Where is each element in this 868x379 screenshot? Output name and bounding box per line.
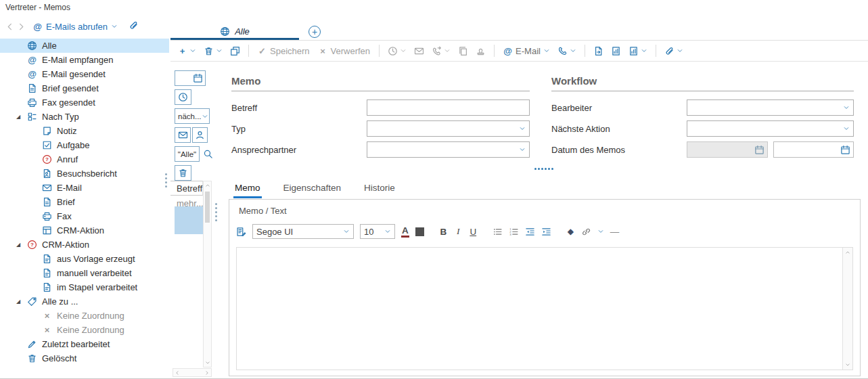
sidebar-item-fax[interactable]: Fax <box>0 209 169 223</box>
sidebar-splitter-handle[interactable] <box>165 173 167 187</box>
toolbar-new-button[interactable]: + <box>177 46 196 56</box>
naechste-aktion-label: Nächste Aktion <box>551 124 687 134</box>
sidebar-item-fax-gesendet[interactable]: Fax gesendet <box>0 95 169 110</box>
numbered-list-button[interactable]: 123 <box>509 227 519 237</box>
sidebar-item-label: E-Mail empfangen <box>42 55 114 65</box>
sidebar-item-keine-zuordnung[interactable]: ×Keine Zuordnung <box>0 323 169 337</box>
bold-button[interactable]: B <box>439 227 448 237</box>
outdent-button[interactable] <box>525 227 535 237</box>
toolbar-delete-button[interactable] <box>204 46 223 56</box>
reminder-filter-button[interactable] <box>175 89 191 105</box>
sidebar-item-aufgabe[interactable]: Aufgabe <box>0 138 169 152</box>
sidebar: Alle@E-Mail empfangen@E-Mail gesendetBri… <box>0 39 169 378</box>
toolbar-separator <box>656 45 656 57</box>
toolbar-report-button[interactable] <box>611 46 621 56</box>
memo-date-start-field <box>687 141 768 158</box>
expander-icon[interactable]: ◢ <box>16 299 23 305</box>
scroll-right-icon[interactable] <box>204 370 210 376</box>
font-size-select[interactable]: 10 <box>360 224 395 239</box>
tab-alle[interactable]: Alle <box>170 23 299 40</box>
sidebar-item-brief-gesendet[interactable]: Brief gesendet <box>0 81 169 95</box>
chevron-right-icon <box>16 22 26 32</box>
scroll-up-icon[interactable] <box>205 183 210 188</box>
list-horizontal-scrollbar[interactable] <box>173 368 212 377</box>
at-icon: @ <box>27 69 37 79</box>
sidebar-item-crm-aktion[interactable]: CRM-Aktion <box>0 223 169 238</box>
memo-date-field[interactable] <box>773 141 854 158</box>
attachments-button[interactable] <box>129 20 139 33</box>
sidebar-item-e-mail-empfangen[interactable]: @E-Mail empfangen <box>0 53 169 67</box>
scope-filter-button[interactable]: "Alle" <box>175 146 200 162</box>
sidebar-item-manuell-verarbeitet[interactable]: manuell verarbeitet <box>0 266 169 280</box>
insert-link-button[interactable] <box>581 227 591 237</box>
email-filter-button[interactable] <box>175 127 191 143</box>
font-family-select[interactable]: Segoe UI <box>252 224 354 239</box>
fetch-emails-button[interactable]: @ E-Mails abrufen <box>32 22 118 32</box>
toolbar-attach-button[interactable] <box>664 46 683 56</box>
indent-button[interactable] <box>541 227 551 237</box>
toolbar-report-list-button[interactable] <box>629 46 647 56</box>
sidebar-item-alle[interactable]: Alle <box>0 39 169 53</box>
bearbeiter-select[interactable] <box>687 99 854 116</box>
sidebar-item-notiz[interactable]: Notiz <box>0 124 169 138</box>
scrollbar-thumb[interactable] <box>205 192 210 223</box>
date-filter-button[interactable] <box>175 70 206 86</box>
expander-icon[interactable]: ◢ <box>16 242 23 248</box>
naechste-aktion-select[interactable] <box>687 120 854 137</box>
selected-list-row[interactable] <box>175 206 203 234</box>
detail-tab-historie[interactable]: Historie <box>363 181 396 198</box>
sidebar-item-im-stapel-verarbeitet[interactable]: im Stapel verarbeitet <box>0 280 169 294</box>
list-column-header[interactable]: Betreff <box>170 181 203 196</box>
nav-back-button[interactable] <box>4 22 16 32</box>
underline-button[interactable]: U <box>469 227 478 237</box>
sidebar-item-besuchsbericht[interactable]: Besuchsbericht <box>0 166 169 181</box>
add-tab-button[interactable]: + <box>309 26 321 38</box>
sidebar-item-anruf[interactable]: ?Anruf <box>0 152 169 166</box>
toolbar-duplicate-button[interactable] <box>230 46 240 56</box>
betreff-input[interactable] <box>367 99 530 116</box>
expander-icon[interactable]: ◢ <box>16 114 23 120</box>
letter-icon <box>27 83 37 93</box>
font-color-button[interactable]: A <box>401 225 409 238</box>
more-formatting-button[interactable] <box>597 228 604 235</box>
search-button[interactable] <box>203 149 213 159</box>
list-vertical-scrollbar[interactable] <box>203 181 212 367</box>
nav-forward-button[interactable] <box>16 22 27 32</box>
typ-select[interactable] <box>367 120 530 137</box>
highlight-color-button[interactable] <box>415 227 424 236</box>
sidebar-item-crm-aktion[interactable]: ◢?CRM-Aktion <box>0 238 169 252</box>
insert-symbol-button[interactable]: ◆ <box>566 227 575 236</box>
detail-tab-eigenschaften[interactable]: Eigenschaften <box>282 181 343 198</box>
scroll-left-icon[interactable] <box>175 370 180 376</box>
sidebar-item-geloescht[interactable]: Gelöscht <box>0 351 169 365</box>
contact-filter-button[interactable] <box>192 127 208 143</box>
toolbar-export-button[interactable] <box>593 46 603 56</box>
sidebar-item-aus-vorlage-erzeugt[interactable]: aus Vorlage erzeugt <box>0 252 169 266</box>
clear-filter-button[interactable] <box>175 165 191 181</box>
scroll-up-icon[interactable] <box>845 250 850 255</box>
sidebar-item-keine-zuordnung[interactable]: ×Keine Zuordnung <box>0 309 169 323</box>
sidebar-item-zuletzt-bearbeitet[interactable]: Zuletzt bearbeitet <box>0 337 169 351</box>
sidebar-item-alle-zu[interactable]: ◢Alle zu ... <box>0 294 169 309</box>
datum-fields <box>687 141 854 158</box>
sidebar-item-brief[interactable]: Brief <box>0 195 169 209</box>
toolbar-call-button[interactable] <box>557 46 576 56</box>
sidebar-item-e-mail-gesendet[interactable]: @E-Mail gesendet <box>0 67 169 81</box>
toolbar-email-button[interactable]: @E-Mail <box>503 46 550 56</box>
form-collapse-handle[interactable] <box>534 168 553 170</box>
chevron-left-icon <box>5 22 15 32</box>
next-action-filter-select[interactable]: näch... <box>175 108 210 124</box>
memo-text-editor[interactable] <box>236 247 853 370</box>
horizontal-rule-button[interactable]: — <box>610 227 620 237</box>
detail-tab-memo[interactable]: Memo <box>233 181 262 198</box>
italic-button[interactable]: I <box>454 226 463 237</box>
ansprechpartner-select[interactable] <box>367 141 530 158</box>
scroll-down-icon[interactable] <box>205 360 210 365</box>
bullet-list-button[interactable] <box>493 227 503 237</box>
sidebar-item-e-mail[interactable]: E-Mail <box>0 181 169 195</box>
editor-vertical-scrollbar[interactable] <box>842 248 852 370</box>
insert-text-module-button[interactable] <box>236 227 246 237</box>
scroll-down-icon[interactable] <box>845 362 850 367</box>
sidebar-item-nach-typ[interactable]: ◢Nach Typ <box>0 110 169 124</box>
form-area: Memo Betreff Typ Ansprechpartner <box>225 62 868 378</box>
